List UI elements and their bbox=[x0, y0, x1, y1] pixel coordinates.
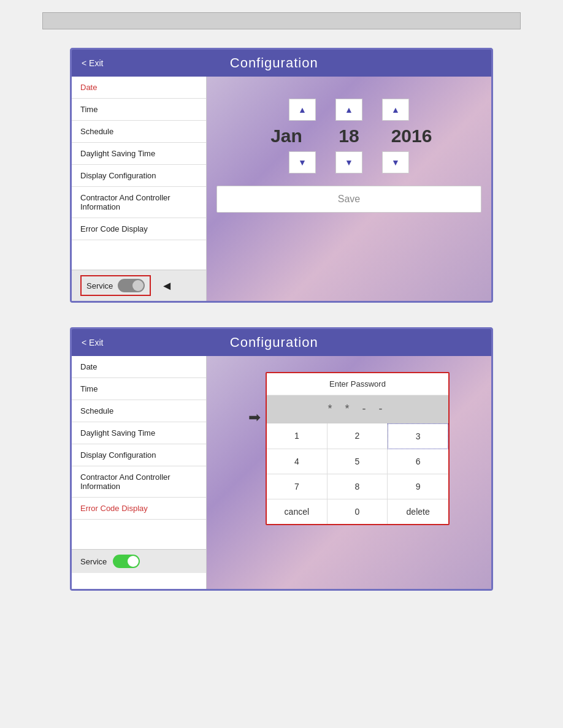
sidebar-item-time-1[interactable]: Time bbox=[72, 99, 206, 121]
panel-1-sidebar: Date Time Schedule Daylight Saving Time … bbox=[72, 77, 207, 301]
key-0[interactable]: 0 bbox=[327, 499, 388, 524]
month-value: Jan bbox=[265, 126, 308, 146]
save-button[interactable]: Save bbox=[216, 186, 481, 213]
key-cancel[interactable]: cancel bbox=[267, 499, 327, 524]
sidebar-bottom-2: Service bbox=[72, 549, 206, 573]
dialog-arrow-icon: ➡ bbox=[248, 409, 261, 426]
panel-2-main: ➡ Enter Password * * - - 1 2 3 4 5 6 7 8… bbox=[207, 356, 491, 589]
down-arrow-month-icon bbox=[298, 157, 307, 167]
panel-2: < Exit Configuration Date Time Schedule … bbox=[70, 327, 493, 591]
key-3[interactable]: 3 bbox=[388, 423, 448, 449]
panel-2-title: Configuration bbox=[103, 335, 445, 351]
panel-1: < Exit Configuration Date Time Schedule … bbox=[70, 48, 493, 303]
key-delete[interactable]: delete bbox=[388, 499, 448, 524]
sidebar-item-schedule-1[interactable]: Schedule bbox=[72, 121, 206, 143]
sidebar-item-contractor-1[interactable]: Contractor And Controller Information bbox=[72, 187, 206, 218]
day-col bbox=[335, 99, 362, 121]
panel-2-header: < Exit Configuration bbox=[72, 329, 491, 356]
sidebar-item-error-2[interactable]: Error Code Display bbox=[72, 498, 206, 520]
panel-1-title: Configuration bbox=[103, 55, 445, 71]
sidebar-item-display-1[interactable]: Display Configuration bbox=[72, 165, 206, 187]
year-value: 2016 bbox=[390, 126, 433, 146]
sidebar-item-dst-2[interactable]: Daylight Saving Time bbox=[72, 422, 206, 444]
down-arrow-day-icon bbox=[345, 157, 353, 167]
sidebar-bottom-1: Service ◄ bbox=[72, 270, 206, 301]
keypad: 1 2 3 4 5 6 7 8 9 cancel 0 delete bbox=[267, 423, 448, 524]
service-toggle-1[interactable] bbox=[118, 279, 145, 292]
up-arrow-month-icon bbox=[298, 105, 307, 115]
exit-label-2: < Exit bbox=[82, 338, 103, 347]
key-7[interactable]: 7 bbox=[267, 474, 327, 499]
key-8[interactable]: 8 bbox=[327, 474, 388, 499]
key-4[interactable]: 4 bbox=[267, 449, 327, 474]
sidebar-item-contractor-2[interactable]: Contractor And Controller Information bbox=[72, 466, 206, 498]
day-down-col bbox=[335, 151, 362, 173]
year-down-button[interactable] bbox=[382, 151, 409, 173]
key-2[interactable]: 2 bbox=[327, 423, 388, 449]
key-1[interactable]: 1 bbox=[267, 423, 327, 449]
down-arrows-row bbox=[289, 151, 409, 173]
panel-1-header: < Exit Configuration bbox=[72, 50, 491, 77]
key-6[interactable]: 6 bbox=[388, 449, 448, 474]
panel-1-body: Date Time Schedule Daylight Saving Time … bbox=[72, 77, 491, 301]
exit-button-1[interactable]: < Exit bbox=[82, 58, 103, 68]
month-col bbox=[289, 99, 316, 121]
exit-label-1: < Exit bbox=[82, 58, 103, 68]
sidebar-item-dst-1[interactable]: Daylight Saving Time bbox=[72, 143, 206, 165]
day-down-button[interactable] bbox=[335, 151, 362, 173]
key-9[interactable]: 9 bbox=[388, 474, 448, 499]
key-5[interactable]: 5 bbox=[327, 449, 388, 474]
month-up-button[interactable] bbox=[289, 99, 316, 121]
exit-button-2[interactable]: < Exit bbox=[82, 338, 103, 347]
service-label-1: Service bbox=[86, 281, 113, 290]
service-toggle-2[interactable] bbox=[113, 555, 140, 568]
up-arrow-year-icon bbox=[391, 105, 400, 115]
year-down-col bbox=[382, 151, 409, 173]
month-down-button[interactable] bbox=[289, 151, 316, 173]
date-controls: Jan 18 2016 bbox=[265, 99, 433, 173]
password-title: Enter Password bbox=[267, 373, 448, 395]
year-col bbox=[382, 99, 409, 121]
password-display: * * - - bbox=[267, 395, 448, 423]
day-up-button[interactable] bbox=[335, 99, 362, 121]
sidebar-item-display-2[interactable]: Display Configuration bbox=[72, 444, 206, 466]
service-label-2: Service bbox=[80, 557, 107, 566]
arrow-indicator-1: ◄ bbox=[161, 279, 173, 293]
password-dialog-box: Enter Password * * - - 1 2 3 4 5 6 7 8 9… bbox=[266, 372, 450, 525]
panel-2-body: Date Time Schedule Daylight Saving Time … bbox=[72, 356, 491, 589]
panel-1-main: Jan 18 2016 Save bbox=[207, 77, 491, 301]
sidebar-item-date-2[interactable]: Date bbox=[72, 356, 206, 378]
up-arrow-day-icon bbox=[345, 105, 353, 115]
top-bar bbox=[42, 12, 521, 29]
sidebar-item-time-2[interactable]: Time bbox=[72, 378, 206, 400]
date-values-row: Jan 18 2016 bbox=[265, 126, 433, 146]
service-area-1: Service bbox=[80, 275, 151, 296]
sidebar-item-date-1[interactable]: Date bbox=[72, 77, 206, 99]
down-arrow-year-icon bbox=[391, 157, 400, 167]
sidebar-item-error-1[interactable]: Error Code Display bbox=[72, 218, 206, 240]
day-value: 18 bbox=[327, 126, 370, 146]
panel-2-sidebar: Date Time Schedule Daylight Saving Time … bbox=[72, 356, 207, 589]
up-arrows-row bbox=[289, 99, 409, 121]
year-up-button[interactable] bbox=[382, 99, 409, 121]
month-down-col bbox=[289, 151, 316, 173]
sidebar-item-schedule-2[interactable]: Schedule bbox=[72, 400, 206, 422]
